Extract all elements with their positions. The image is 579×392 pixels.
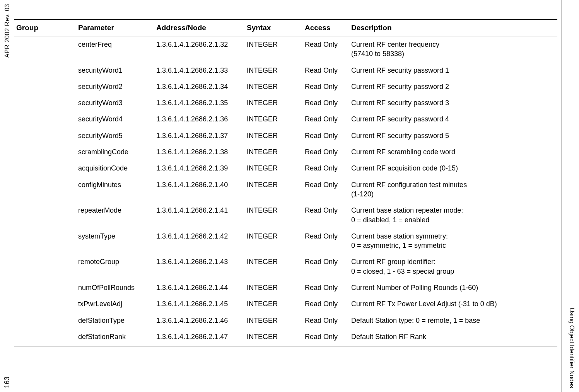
col-header-access: Access (302, 20, 349, 36)
cell-access: Read Only (302, 202, 349, 228)
cell-syntax: INTEGER (244, 312, 302, 329)
table-row: securityWord11.3.6.1.4.1.2686.2.1.33INTE… (14, 62, 557, 78)
table-row: configMinutes1.3.6.1.4.1.2686.2.1.40INTE… (14, 177, 557, 203)
cell-address: 1.3.6.1.4.1.2686.2.1.34 (154, 78, 244, 95)
page: APR 2002 Rev. 03 163 Using Object Identi… (0, 0, 579, 392)
cell-syntax: INTEGER (244, 78, 302, 95)
cell-group (14, 78, 76, 95)
mib-table-wrapper: Group Parameter Address/Node Syntax Acce… (14, 19, 557, 346)
cell-access: Read Only (302, 296, 349, 312)
cell-syntax: INTEGER (244, 329, 302, 346)
cell-access: Read Only (302, 329, 349, 346)
cell-group (14, 329, 76, 346)
cell-group (14, 144, 76, 160)
cell-group (14, 280, 76, 296)
table-row: repeaterMode1.3.6.1.4.1.2686.2.1.41INTEG… (14, 202, 557, 228)
cell-group (14, 312, 76, 329)
table-row: securityWord51.3.6.1.4.1.2686.2.1.37INTE… (14, 128, 557, 144)
cell-group (14, 111, 76, 127)
cell-description: Current RF Tx Power Level Adjust (-31 to… (349, 296, 557, 312)
table-row: txPwrLevelAdj1.3.6.1.4.1.2686.2.1.45INTE… (14, 296, 557, 312)
cell-group (14, 296, 76, 312)
cell-parameter: configMinutes (76, 177, 154, 203)
cell-parameter: systemType (76, 228, 154, 254)
table-row: securityWord41.3.6.1.4.1.2686.2.1.36INTE… (14, 111, 557, 127)
cell-syntax: INTEGER (244, 254, 302, 280)
cell-access: Read Only (302, 312, 349, 329)
cell-syntax: INTEGER (244, 280, 302, 296)
col-header-address: Address/Node (154, 20, 244, 36)
cell-parameter: defStationRank (76, 329, 154, 346)
cell-syntax: INTEGER (244, 62, 302, 78)
table-row: acquisitionCode1.3.6.1.4.1.2686.2.1.39IN… (14, 160, 557, 176)
cell-syntax: INTEGER (244, 111, 302, 127)
cell-parameter: remoteGroup (76, 254, 154, 280)
cell-parameter: securityWord3 (76, 95, 154, 111)
cell-access: Read Only (302, 36, 349, 62)
cell-address: 1.3.6.1.4.1.2686.2.1.41 (154, 202, 244, 228)
cell-syntax: INTEGER (244, 95, 302, 111)
cell-syntax: INTEGER (244, 160, 302, 176)
cell-access: Read Only (302, 128, 349, 144)
cell-address: 1.3.6.1.4.1.2686.2.1.40 (154, 177, 244, 203)
col-header-description: Description (349, 20, 557, 36)
cell-description: Current RF scrambling code word (349, 144, 557, 160)
cell-group (14, 177, 76, 203)
cell-access: Read Only (302, 78, 349, 95)
cell-address: 1.3.6.1.4.1.2686.2.1.47 (154, 329, 244, 346)
cell-description: Current RF acquisition code (0-15) (349, 160, 557, 176)
cell-group (14, 254, 76, 280)
cell-access: Read Only (302, 228, 349, 254)
cell-address: 1.3.6.1.4.1.2686.2.1.46 (154, 312, 244, 329)
cell-parameter: repeaterMode (76, 202, 154, 228)
table-row: defStationRank1.3.6.1.4.1.2686.2.1.47INT… (14, 329, 557, 346)
table-row: securityWord21.3.6.1.4.1.2686.2.1.34INTE… (14, 78, 557, 95)
table-row: systemType1.3.6.1.4.1.2686.2.1.42INTEGER… (14, 228, 557, 254)
cell-parameter: securityWord5 (76, 128, 154, 144)
table-row: remoteGroup1.3.6.1.4.1.2686.2.1.43INTEGE… (14, 254, 557, 280)
cell-parameter: defStationType (76, 312, 154, 329)
cell-group (14, 36, 76, 62)
cell-access: Read Only (302, 177, 349, 203)
cell-syntax: INTEGER (244, 202, 302, 228)
cell-group (14, 228, 76, 254)
margin-rule (562, 0, 562, 392)
table-row: defStationType1.3.6.1.4.1.2686.2.1.46INT… (14, 312, 557, 329)
cell-syntax: INTEGER (244, 36, 302, 62)
cell-address: 1.3.6.1.4.1.2686.2.1.33 (154, 62, 244, 78)
cell-description: Current base station symmetry: 0 = asymm… (349, 228, 557, 254)
cell-access: Read Only (302, 111, 349, 127)
table-header-row: Group Parameter Address/Node Syntax Acce… (14, 20, 557, 36)
cell-group (14, 160, 76, 176)
col-header-group: Group (14, 20, 76, 36)
cell-access: Read Only (302, 280, 349, 296)
cell-group (14, 95, 76, 111)
margin-left-top: APR 2002 Rev. 03 (4, 4, 11, 58)
cell-address: 1.3.6.1.4.1.2686.2.1.44 (154, 280, 244, 296)
cell-address: 1.3.6.1.4.1.2686.2.1.39 (154, 160, 244, 176)
cell-description: Current RF security password 4 (349, 111, 557, 127)
cell-group (14, 62, 76, 78)
cell-group (14, 128, 76, 144)
cell-description: Current RF security password 2 (349, 78, 557, 95)
cell-syntax: INTEGER (244, 128, 302, 144)
cell-parameter: numOfPollRounds (76, 280, 154, 296)
table-row: centerFreq1.3.6.1.4.1.2686.2.1.32INTEGER… (14, 36, 557, 62)
cell-description: Current RF security password 3 (349, 95, 557, 111)
cell-parameter: centerFreq (76, 36, 154, 62)
col-header-parameter: Parameter (76, 20, 154, 36)
cell-address: 1.3.6.1.4.1.2686.2.1.45 (154, 296, 244, 312)
cell-syntax: INTEGER (244, 296, 302, 312)
cell-description: Current base station repeater mode: 0 = … (349, 202, 557, 228)
cell-parameter: securityWord2 (76, 78, 154, 95)
cell-syntax: INTEGER (244, 177, 302, 203)
cell-address: 1.3.6.1.4.1.2686.2.1.32 (154, 36, 244, 62)
table-row: scramblingCode1.3.6.1.4.1.2686.2.1.38INT… (14, 144, 557, 160)
col-header-syntax: Syntax (244, 20, 302, 36)
cell-parameter: scramblingCode (76, 144, 154, 160)
cell-address: 1.3.6.1.4.1.2686.2.1.37 (154, 128, 244, 144)
cell-access: Read Only (302, 144, 349, 160)
cell-address: 1.3.6.1.4.1.2686.2.1.36 (154, 111, 244, 127)
cell-description: Default Station RF Rank (349, 329, 557, 346)
cell-access: Read Only (302, 160, 349, 176)
